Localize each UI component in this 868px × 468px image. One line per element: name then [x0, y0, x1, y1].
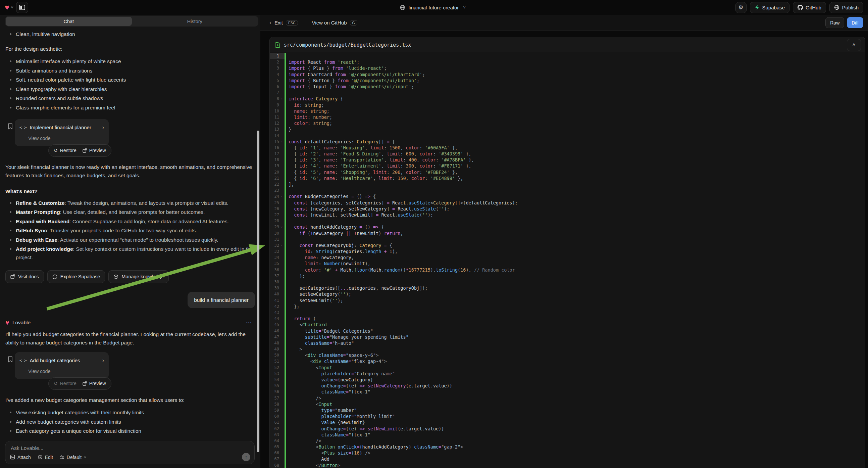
- version-card-header: < > Add budget categories ›: [20, 356, 104, 364]
- manage-knowledge-button[interactable]: Manage knowledge: [108, 270, 169, 283]
- version-card-title: Implement financial planner: [30, 123, 91, 131]
- line-number: 27: [270, 212, 279, 217]
- lovable-logo-icon[interactable]: ♥: [5, 3, 9, 11]
- external-link-icon: [10, 274, 15, 279]
- view-on-github-button[interactable]: View on GitHub G: [312, 20, 357, 26]
- message-options-icon[interactable]: ⋯: [246, 318, 252, 327]
- exit-button[interactable]: ‹ Exit ESC: [270, 19, 298, 26]
- code-line: 49 >: [270, 346, 865, 352]
- version-card-title: Add budget categories: [30, 356, 80, 364]
- bookmark-icon[interactable]: [8, 123, 13, 129]
- settings-button[interactable]: ⚙: [736, 2, 747, 13]
- bookmark-icon[interactable]: [8, 356, 13, 362]
- line-number: 49: [270, 347, 279, 351]
- code-line: 48 className="h-auto": [270, 340, 865, 346]
- chat-composer[interactable]: Ask Lovable... Attach Edit: [5, 441, 255, 464]
- tab-history[interactable]: History: [132, 17, 258, 26]
- version-card-implement[interactable]: < > Implement financial planner › View c…: [15, 119, 109, 146]
- preview-button[interactable]: Preview: [83, 379, 106, 388]
- code-line: 35 limit: Number(newLimit),: [270, 261, 865, 267]
- diff-added-bar: [284, 358, 286, 364]
- chat-input[interactable]: Ask Lovable...: [11, 445, 250, 451]
- code-line: 36 color: '#' + Math.floor(Math.random()…: [270, 267, 865, 273]
- code-line: 8˅interface Category {: [270, 96, 865, 102]
- diff-added-bar: [284, 297, 286, 303]
- visit-docs-button[interactable]: Visit docs: [5, 270, 44, 283]
- diff-added-bar: [284, 377, 286, 383]
- code-line: 5import { Button } from '@/components/ui…: [270, 78, 865, 84]
- tab-chat[interactable]: Chat: [6, 17, 132, 26]
- diff-button[interactable]: Diff: [847, 17, 863, 28]
- sliders-icon: [60, 455, 64, 460]
- file-path-row[interactable]: src/components/budget/BudgetCategories.t…: [270, 37, 865, 52]
- line-number: 59: [270, 408, 279, 413]
- raw-button[interactable]: Raw: [826, 17, 844, 28]
- toggle-sidebar-button[interactable]: [16, 2, 28, 13]
- code-text: id: String(categories.length + 1),: [288, 249, 398, 254]
- fold-chevron-icon[interactable]: ˅: [279, 195, 284, 198]
- line-number: 55: [270, 383, 279, 388]
- publish-button[interactable]: Publish: [829, 2, 863, 13]
- diff-added-bar: [284, 346, 286, 352]
- chat-bubble-icon: [52, 274, 57, 279]
- code-line: 14: [270, 132, 865, 138]
- chat-message-area[interactable]: Clean, intuitive navigation For the desi…: [0, 27, 260, 440]
- diff-added-bar: [284, 126, 286, 132]
- view-code-link[interactable]: View code: [28, 134, 104, 143]
- fold-chevron-icon[interactable]: ˅: [279, 140, 284, 143]
- restore-button[interactable]: ↺ Restore: [54, 146, 76, 155]
- diff-added-bar: [284, 206, 286, 212]
- chat-scrollbar[interactable]: [257, 130, 259, 452]
- diff-added-bar: [284, 383, 286, 389]
- code-text: placeholder="Monthly limit": [288, 414, 395, 419]
- project-name: financial-future-creator: [408, 5, 459, 10]
- chat-panel: Chat History Clean, intuitive navigation…: [0, 15, 260, 468]
- github-label: GitHub: [806, 5, 822, 10]
- restore-icon: ↺: [54, 146, 58, 155]
- github-button[interactable]: GitHub: [793, 2, 826, 13]
- list-item: Clean typography with clear hierarchies: [5, 85, 255, 93]
- fold-chevron-icon[interactable]: ˅: [279, 97, 284, 100]
- attach-button[interactable]: Attach: [10, 455, 31, 460]
- fold-chevron-icon[interactable]: ˅: [279, 225, 284, 229]
- fold-chevron-icon[interactable]: ˅: [279, 244, 284, 247]
- code-icon: < >: [20, 123, 26, 131]
- code-text: onChange={(e) => setNewLimit(e.target.va…: [288, 426, 444, 431]
- code-text: { id: '3', name: 'Transportation', limit…: [288, 157, 474, 163]
- code-line: 44 return (: [270, 316, 865, 322]
- design-list: Clean, intuitive navigation: [5, 30, 255, 38]
- preview-button[interactable]: Preview: [83, 146, 106, 155]
- code-editor[interactable]: 12import React from 'react';3import { Pl…: [270, 53, 865, 468]
- code-line: 27 const [newLimit, setNewLimit] = React…: [270, 212, 865, 218]
- code-line: 19 { id: '4', name: 'Entertainment', lim…: [270, 163, 865, 169]
- diff-added-bar: [284, 96, 286, 102]
- mode-select[interactable]: Default ˅: [60, 455, 86, 460]
- edit-button[interactable]: Edit: [38, 455, 53, 460]
- assistant-name: Lovable: [12, 318, 31, 327]
- supabase-button[interactable]: Supabase: [750, 2, 790, 13]
- restore-button[interactable]: ↺ Restore: [54, 379, 76, 388]
- collapse-file-button[interactable]: ˄: [847, 39, 861, 51]
- view-code-link[interactable]: View code: [28, 367, 104, 376]
- explore-supabase-button[interactable]: Explore Supabase: [47, 270, 105, 283]
- diff-added-bar: [284, 450, 286, 456]
- diff-added-bar: [284, 163, 286, 169]
- code-line: 23: [270, 187, 865, 194]
- code-line: 15˅const defaultCategories: Category[] =…: [270, 139, 865, 145]
- line-number: 23: [270, 188, 279, 193]
- g-kbd-badge: G: [350, 20, 357, 26]
- line-number: 11: [270, 115, 279, 119]
- diff-added-bar: [284, 236, 286, 242]
- code-line: 2import React from 'react';: [270, 59, 865, 65]
- added-list: View existing budget categories with the…: [5, 408, 255, 435]
- send-button[interactable]: ↑: [242, 453, 250, 461]
- code-line: 60 placeholder="Monthly limit": [270, 413, 865, 419]
- version-card-add-budget[interactable]: < > Add budget categories › View code: [15, 352, 109, 379]
- logo-chevron-down-icon[interactable]: ˅: [11, 5, 13, 10]
- diff-added-bar: [284, 84, 286, 90]
- project-switcher[interactable]: financial-future-creator ˅: [400, 5, 468, 10]
- diff-added-bar: [284, 291, 286, 297]
- line-number: 4: [270, 72, 279, 77]
- code-text: <div className="space-y-6">: [288, 352, 378, 358]
- code-line: 18 { id: '3', name: 'Transportation', li…: [270, 157, 865, 163]
